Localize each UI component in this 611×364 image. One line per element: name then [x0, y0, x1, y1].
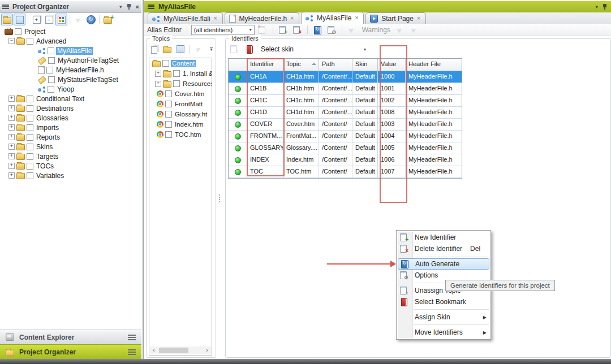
table-row[interactable]: GLOSSARY Glossary.... /Content/ Default …	[229, 142, 462, 154]
path-column-header[interactable]: Path	[319, 59, 352, 71]
topic-tree-item[interactable]: 1. Install &	[149, 68, 212, 79]
folder-view-button[interactable]	[1, 14, 13, 25]
table-row[interactable]: COVER Cover.htm /Content/ Default 1003 M…	[229, 119, 462, 131]
document-tab[interactable]: MyAliasFile.flali ×	[148, 12, 223, 24]
tree-item-checkbox[interactable]	[27, 96, 33, 102]
tree-item-checkbox[interactable]	[48, 86, 54, 93]
tree-item[interactable]: MyStatusFileTagSet	[0, 75, 141, 84]
topic-tree-item[interactable]: Index.htm	[149, 119, 212, 129]
topic-checkbox[interactable]	[165, 111, 172, 118]
topic-column-header[interactable]: Topic	[283, 59, 319, 71]
document-tab[interactable]: MyHeaderFile.h ×	[225, 12, 300, 24]
topic-checkbox[interactable]	[165, 121, 172, 128]
tree-expander[interactable]	[8, 134, 15, 140]
topics-folder-button[interactable]	[161, 44, 173, 55]
context-menu-item[interactable]: Options	[397, 270, 490, 281]
tree-item-checkbox[interactable]	[27, 172, 33, 179]
skin-selector[interactable]: Select skin ▾	[259, 45, 366, 53]
tree-item[interactable]: TOCs	[0, 161, 141, 171]
tree-item-checkbox[interactable]	[48, 47, 54, 54]
tree-item-checkbox[interactable]	[27, 124, 33, 131]
tree-item-checkbox[interactable]	[27, 38, 33, 45]
toolbar-overflow-button[interactable]: ▾	[205, 44, 217, 55]
tree-expander[interactable]	[8, 124, 15, 131]
tree-item-checkbox[interactable]	[27, 144, 33, 150]
select-bookmark-button[interactable]	[243, 44, 255, 55]
assign-topic-button[interactable]	[228, 44, 240, 55]
import-button[interactable]	[72, 14, 84, 25]
tree-expander[interactable]	[8, 153, 15, 159]
context-menu-item[interactable]: Assign Skin ▶	[397, 311, 490, 323]
topic-tree-item[interactable]: Content	[149, 58, 212, 68]
panel-menu-icon[interactable]	[2, 5, 9, 6]
options-button[interactable]	[326, 24, 338, 36]
topic-tree-item[interactable]: FrontMatt	[149, 99, 212, 109]
topic-checkbox[interactable]	[162, 60, 169, 67]
tab-close-icon[interactable]: ×	[214, 16, 217, 21]
tab-close-icon[interactable]: ×	[355, 15, 358, 21]
tree-item[interactable]: MyHeaderFile.h	[0, 65, 141, 75]
tree-item[interactable]: Variables	[0, 171, 141, 180]
header-file-column-header[interactable]: Header File	[406, 59, 461, 71]
topic-checkbox[interactable]	[165, 90, 172, 97]
table-row[interactable]: CH1D CH1d.htm /Content/... Default 1008 …	[229, 107, 462, 119]
table-row[interactable]: CH1A CH1a.htm /Content/... Default 1000 …	[229, 71, 462, 83]
warnings-button[interactable]	[346, 24, 358, 36]
tree-item-checkbox[interactable]	[27, 105, 33, 112]
tree-expander[interactable]	[8, 172, 15, 179]
value-column-header[interactable]: Value	[378, 59, 406, 71]
panel-close-icon[interactable]: ×	[136, 4, 139, 10]
next-warning-button[interactable]	[408, 24, 420, 36]
context-menu-item[interactable]: Auto Generate	[398, 258, 489, 270]
identifier-filter-select[interactable]: (all identifiers) ▾	[191, 25, 255, 35]
topic-tree-item[interactable]: Cover.htm	[149, 89, 212, 99]
tree-item-checkbox[interactable]	[27, 115, 33, 122]
collapse-all-button[interactable]: −	[43, 14, 55, 25]
topic-checkbox[interactable]	[165, 101, 172, 107]
tree-item-checkbox[interactable]	[15, 28, 21, 35]
previous-warning-button[interactable]	[394, 24, 406, 36]
auto-generate-button[interactable]	[312, 24, 324, 36]
tree-item[interactable]: Skins	[0, 142, 141, 151]
tree-expander[interactable]	[8, 144, 15, 150]
tree-item-checkbox[interactable]	[27, 134, 33, 141]
table-row[interactable]: FRONTM... FrontMat... /Content/ Default …	[229, 131, 462, 142]
topic-checkbox[interactable]	[173, 70, 180, 77]
panel-splitter[interactable]	[217, 41, 222, 355]
scroll-left-icon[interactable]: ‹	[150, 346, 158, 354]
delete-identifier-button[interactable]	[291, 24, 303, 36]
tree-item[interactable]: Conditional Text	[0, 94, 141, 103]
copy-button[interactable]	[148, 44, 160, 55]
document-pin-icon[interactable]	[602, 3, 608, 10]
tree-item[interactable]: MyAuthorFileTagSet	[0, 55, 141, 65]
tree-expander[interactable]	[8, 115, 15, 121]
topics-pane-button[interactable]	[174, 44, 186, 55]
tree-expander[interactable]	[155, 81, 161, 87]
panel-pin-icon[interactable]	[126, 3, 132, 10]
tree-item-checkbox[interactable]	[46, 67, 53, 73]
tree-item-checkbox[interactable]	[27, 153, 33, 160]
document-tab[interactable]: MyAliasFile ×	[301, 12, 364, 24]
scrollbar-thumb[interactable]	[159, 348, 188, 353]
tree-item[interactable]: Targets	[0, 151, 141, 161]
table-row[interactable]: CH1B CH1b.htm /Content/... Default 1001 …	[229, 83, 462, 95]
current-identifier-button[interactable]	[257, 24, 269, 36]
project-organizer-button[interactable]: Project Organizer	[0, 344, 141, 359]
status-column-header[interactable]	[229, 59, 247, 71]
tree-item[interactable]: Imports	[0, 123, 141, 132]
new-identifier-button[interactable]	[277, 24, 289, 36]
tree-item[interactable]: Yioop	[0, 84, 141, 94]
tree-item[interactable]: Reports	[0, 132, 141, 142]
identifier-column-header[interactable]: Identifier	[247, 59, 283, 71]
tree-expander[interactable]	[155, 71, 161, 77]
topic-tree-item[interactable]: Glossary.ht	[149, 109, 212, 119]
tree-item-checkbox[interactable]	[27, 163, 33, 170]
expand-all-button[interactable]: +	[31, 14, 42, 25]
tree-item[interactable]: Project	[0, 27, 141, 36]
tree-expander[interactable]	[8, 38, 15, 44]
tab-close-icon[interactable]: ×	[290, 16, 294, 21]
table-row[interactable]: INDEX Index.htm /Content/ Default 1006 M…	[229, 154, 462, 166]
tree-item[interactable]: MyAliasFile	[0, 46, 141, 55]
document-menu-icon[interactable]	[148, 5, 154, 6]
tree-item[interactable]: Glossaries	[0, 113, 141, 123]
